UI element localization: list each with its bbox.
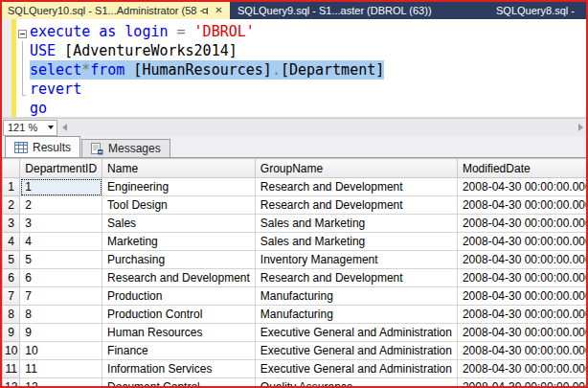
scroll-right-icon[interactable]	[578, 124, 583, 131]
grid-cell[interactable]: Purchasing	[102, 251, 256, 269]
table-row: 77ProductionManufacturing2008-04-30 00:0…	[3, 287, 587, 306]
code-token	[186, 23, 194, 40]
code-line[interactable]: go	[16, 99, 586, 118]
grid-cell[interactable]: Engineering	[102, 178, 256, 196]
grid-cell[interactable]: Sales	[102, 215, 256, 233]
column-header-name[interactable]: Name	[102, 159, 256, 178]
grid-cell[interactable]: Human Resources	[102, 324, 256, 342]
code-line[interactable]: USE [AdventureWorks2014]	[16, 41, 586, 60]
grid-cell[interactable]: 2008-04-30 00:00:00.000	[457, 287, 586, 306]
grid-cell[interactable]: Marketing	[102, 233, 256, 251]
grid-corner-cell[interactable]	[3, 159, 20, 178]
row-number-cell[interactable]: 12	[3, 378, 20, 387]
horizontal-scrollbar[interactable]	[57, 120, 586, 136]
row-number-cell[interactable]: 7	[3, 287, 20, 306]
code-token: [Department]	[281, 61, 384, 79]
table-row: 1212Document ControlQuality Assurance200…	[3, 378, 587, 387]
tab-sqlquery10[interactable]: SQLQuery10.sql - S1...Administrator (58)…	[2, 2, 230, 19]
code-line[interactable]: revert	[16, 80, 586, 99]
row-number-cell[interactable]: 3	[3, 215, 20, 233]
tab-label: SQLQuery9.sql - S1...aster (DBROL (63))	[237, 5, 432, 16]
column-header-departmentid[interactable]: DepartmentID	[20, 159, 102, 178]
grid-cell[interactable]: 6	[20, 269, 102, 287]
results-grid: DepartmentIDNameGroupNameModifiedDate 11…	[2, 157, 586, 386]
grid-cell[interactable]: Manufacturing	[255, 306, 457, 324]
row-number-cell[interactable]: 5	[3, 251, 20, 269]
grid-cell[interactable]: Tool Design	[102, 196, 256, 215]
column-header-modifieddate[interactable]: ModifiedDate	[457, 159, 586, 178]
row-number-cell[interactable]: 9	[3, 324, 20, 342]
grid-cell[interactable]: 5	[20, 251, 102, 269]
grid-cell[interactable]: Research and Development	[102, 269, 256, 287]
close-icon[interactable]: ✕	[212, 4, 226, 17]
grid-cell[interactable]: 2008-04-30 00:00:00.000	[457, 378, 586, 387]
column-header-groupname[interactable]: GroupName	[255, 159, 457, 178]
grid-cell[interactable]: Executive General and Administration	[255, 342, 457, 360]
grid-cell[interactable]: 2008-04-30 00:00:00.000	[457, 342, 586, 360]
table-row: 66Research and DevelopmentResearch and D…	[3, 269, 587, 287]
row-number-cell[interactable]: 1	[3, 178, 20, 196]
grid-cell[interactable]: Research and Development	[255, 196, 457, 215]
grid-cell[interactable]: 2	[20, 196, 102, 215]
grid-cell[interactable]: 2008-04-30 00:00:00.000	[457, 306, 586, 324]
collapse-region-icon[interactable]	[18, 30, 27, 38]
zoom-level-value: 121 %	[4, 122, 44, 133]
tab-sqlquery8[interactable]: SQLQuery8.sql -	[484, 2, 582, 19]
row-number-cell[interactable]: 6	[3, 269, 20, 287]
grid-cell[interactable]: Inventory Management	[255, 251, 457, 269]
grid-cell[interactable]: 12	[20, 378, 102, 387]
table-row: 22Tool DesignResearch and Development200…	[3, 196, 587, 215]
grid-cell[interactable]: 2008-04-30 00:00:00.000	[457, 269, 586, 287]
grid-cell[interactable]: 8	[20, 306, 102, 324]
tab-results[interactable]: Results	[5, 136, 80, 157]
grid-cell[interactable]: Sales and Marketing	[255, 215, 457, 233]
row-number-cell[interactable]: 10	[3, 342, 20, 360]
code-line[interactable]: select*from [HumanResources].[Department…	[16, 60, 586, 80]
row-number-cell[interactable]: 11	[3, 360, 20, 378]
zoom-level-select[interactable]: 121 %	[3, 120, 57, 136]
grid-cell[interactable]: 4	[20, 233, 102, 251]
pin-icon[interactable]	[197, 4, 212, 17]
grid-cell[interactable]: Research and Development	[255, 269, 457, 287]
grid-cell[interactable]: Information Services	[102, 360, 256, 378]
tab-messages[interactable]: Messages	[81, 139, 170, 157]
grid-cell[interactable]: Production	[102, 287, 256, 306]
grid-cell[interactable]: Quality Assurance	[255, 378, 457, 387]
table-row: 99Human ResourcesExecutive General and A…	[3, 324, 587, 342]
row-number-cell[interactable]: 2	[3, 196, 20, 215]
grid-cell[interactable]: 7	[20, 287, 102, 306]
grid-cell[interactable]: 2008-04-30 00:00:00.000	[457, 360, 586, 378]
row-number-cell[interactable]: 4	[3, 233, 20, 251]
sql-editor[interactable]: execute as login = 'DBROL'USE [Adventure…	[2, 19, 586, 118]
table-row: 44MarketingSales and Marketing2008-04-30…	[3, 233, 587, 251]
grid-cell[interactable]: 11	[20, 360, 102, 378]
grid-cell[interactable]: 2008-04-30 00:00:00.000	[457, 324, 586, 342]
code-token: =	[177, 23, 186, 40]
grid-cell[interactable]: 2008-04-30 00:00:00.000	[457, 215, 586, 233]
grid-cell[interactable]: Research and Development	[255, 178, 457, 196]
grid-cell[interactable]: 10	[20, 342, 102, 360]
grid-cell[interactable]: Executive General and Administration	[255, 324, 457, 342]
grid-cell[interactable]: Document Control	[102, 378, 256, 387]
grid-cell[interactable]: 9	[20, 324, 102, 342]
chevron-down-icon[interactable]	[44, 121, 57, 135]
code-token: *	[81, 61, 90, 79]
grid-cell[interactable]: 2008-04-30 00:00:00.000	[457, 178, 586, 196]
table-row: 55PurchasingInventory Management2008-04-…	[3, 251, 587, 269]
grid-cell[interactable]: Production Control	[102, 306, 256, 324]
grid-cell[interactable]: 1	[20, 178, 102, 196]
grid-cell[interactable]: 2008-04-30 00:00:00.000	[457, 251, 586, 269]
table-row: 1111Information ServicesExecutive Genera…	[3, 360, 587, 378]
code-line[interactable]: execute as login = 'DBROL'	[16, 22, 586, 41]
code-area[interactable]: execute as login = 'DBROL'USE [Adventure…	[16, 19, 586, 117]
grid-cell[interactable]: 2008-04-30 00:00:00.000	[457, 196, 586, 215]
grid-cell[interactable]: 3	[20, 215, 102, 233]
row-number-cell[interactable]: 8	[3, 306, 20, 324]
grid-cell[interactable]: 2008-04-30 00:00:00.000	[457, 233, 586, 251]
tab-sqlquery9[interactable]: SQLQuery9.sql - S1...aster (DBROL (63))	[230, 2, 440, 19]
grid-cell[interactable]: Sales and Marketing	[255, 233, 457, 251]
grid-cell[interactable]: Finance	[102, 342, 256, 360]
grid-cell[interactable]: Manufacturing	[255, 287, 457, 306]
scroll-left-icon[interactable]	[62, 124, 67, 131]
grid-cell[interactable]: Executive General and Administration	[255, 360, 457, 378]
